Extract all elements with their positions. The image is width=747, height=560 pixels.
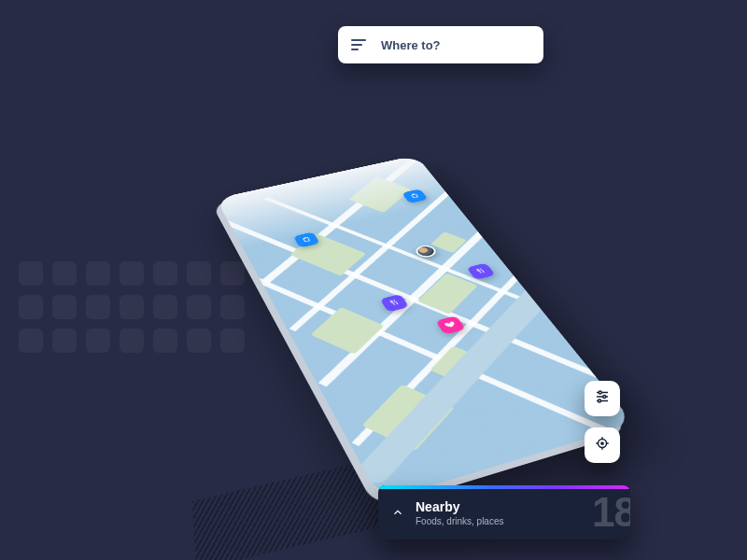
map-road	[318, 196, 523, 386]
nearby-count: 18	[592, 489, 630, 536]
search-placeholder: Where to?	[381, 38, 441, 52]
fab-stack	[585, 381, 620, 463]
locate-button[interactable]	[585, 427, 620, 463]
nearby-title: Nearby	[416, 499, 504, 514]
map-park	[311, 307, 385, 354]
map-pin-favorite[interactable]	[435, 315, 466, 334]
map-road	[352, 236, 558, 446]
filter-button[interactable]	[585, 381, 620, 416]
crosshair-icon	[594, 435, 611, 455]
utensils-icon	[386, 297, 402, 309]
shopping-bag-icon	[407, 191, 422, 202]
utensils-icon	[472, 266, 489, 277]
map-view[interactable]	[216, 155, 634, 500]
map-fade	[216, 155, 453, 248]
svg-point-4	[603, 396, 606, 399]
map-park	[362, 385, 455, 451]
menu-icon[interactable]	[351, 39, 368, 50]
phone-mockup	[216, 155, 634, 500]
shopping-bag-icon	[299, 234, 314, 245]
nearby-card[interactable]: Nearby Foods, drinks, places 18	[378, 485, 630, 539]
svg-point-5	[599, 399, 601, 402]
phone-screen	[216, 155, 634, 500]
sliders-icon	[594, 388, 611, 409]
chevron-up-icon[interactable]	[391, 506, 404, 519]
nearby-subtitle: Foods, drinks, places	[416, 516, 504, 526]
map-park	[430, 345, 491, 386]
stage	[0, 0, 747, 560]
heart-icon	[442, 318, 459, 331]
search-bar[interactable]: Where to?	[338, 26, 543, 63]
svg-point-3	[599, 391, 601, 394]
svg-point-7	[601, 442, 603, 444]
nearby-text: Nearby Foods, drinks, places	[416, 499, 504, 526]
